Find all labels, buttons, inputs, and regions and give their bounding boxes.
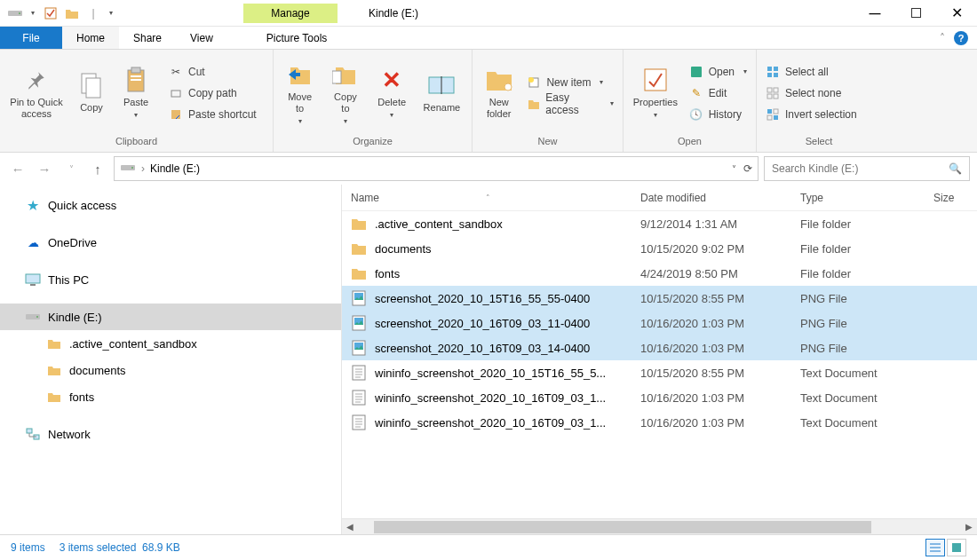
file-type: Text Document bbox=[800, 416, 933, 430]
open-button[interactable]: Open▾ bbox=[686, 62, 751, 82]
nav-onedrive[interactable]: ☁OneDrive bbox=[0, 229, 341, 256]
ribbon: Pin to Quick access Copy Paste▾ ✂Cut Cop… bbox=[0, 50, 977, 153]
select-none-button[interactable]: Select none bbox=[762, 83, 861, 103]
image-icon bbox=[351, 315, 367, 331]
address-bar[interactable]: › Kindle (E:) ˅ ⟳ bbox=[114, 156, 759, 181]
address-segment[interactable]: Kindle (E:) bbox=[150, 162, 200, 175]
svg-rect-21 bbox=[774, 67, 778, 71]
easy-access-button[interactable]: Easy access▾ bbox=[523, 94, 617, 114]
file-row[interactable]: wininfo_screenshot_2020_10_16T09_03_1...… bbox=[342, 385, 977, 410]
horizontal-scrollbar[interactable]: ◀ ▶ bbox=[342, 518, 977, 534]
nav-folder-sandbox[interactable]: .active_content_sandbox bbox=[0, 330, 341, 357]
select-all-button[interactable]: Select all bbox=[762, 62, 861, 82]
up-button[interactable]: ↑ bbox=[87, 158, 108, 179]
new-item-button[interactable]: New item▾ bbox=[523, 73, 617, 92]
ribbon-tabs: File Home Share View Picture Tools ˄ ? bbox=[0, 27, 977, 50]
qat-customize[interactable]: ▾ bbox=[105, 4, 117, 23]
copy-button[interactable]: Copy bbox=[71, 54, 112, 132]
column-name[interactable]: Name˄ bbox=[351, 192, 640, 204]
file-row[interactable]: screenshot_2020_10_16T09_03_11-040010/16… bbox=[342, 311, 977, 335]
file-name: wininfo_screenshot_2020_10_15T16_55_5... bbox=[375, 367, 606, 380]
svg-rect-27 bbox=[774, 94, 778, 99]
file-date: 10/16/2020 1:03 PM bbox=[640, 416, 800, 430]
contextual-tab-header: Manage bbox=[243, 4, 338, 23]
svg-rect-10 bbox=[171, 91, 180, 97]
nav-folder-documents[interactable]: documents bbox=[0, 357, 341, 383]
move-to-button[interactable]: Move to▾ bbox=[279, 54, 321, 132]
edit-button[interactable]: ✎Edit bbox=[686, 83, 751, 103]
file-row[interactable]: wininfo_screenshot_2020_10_16T09_03_1...… bbox=[342, 410, 977, 435]
ribbon-collapse-icon[interactable]: ˄ bbox=[940, 32, 945, 44]
address-dropdown-icon[interactable]: ▾ bbox=[27, 4, 39, 23]
history-button[interactable]: 🕓History bbox=[686, 105, 751, 124]
pin-to-quick-access-button[interactable]: Pin to Quick access bbox=[5, 54, 68, 132]
scroll-thumb[interactable] bbox=[374, 521, 871, 533]
file-row[interactable]: screenshot_2020_10_15T16_55_55-040010/15… bbox=[342, 286, 977, 311]
recent-dropdown[interactable]: ˅ bbox=[60, 158, 82, 179]
minimize-button[interactable]: ― bbox=[854, 0, 895, 27]
svg-point-1 bbox=[19, 12, 20, 14]
file-type: PNG File bbox=[800, 292, 933, 305]
drive-icon bbox=[5, 4, 25, 23]
tab-share[interactable]: Share bbox=[119, 27, 176, 49]
paste-button[interactable]: Paste▾ bbox=[115, 54, 156, 132]
file-row[interactable]: fonts4/24/2019 8:50 PMFile folder bbox=[342, 261, 977, 286]
svg-rect-12 bbox=[332, 71, 341, 83]
nav-folder-fonts[interactable]: fonts bbox=[0, 383, 341, 410]
address-dropdown[interactable]: ˅ bbox=[732, 164, 736, 174]
file-name: documents bbox=[375, 242, 432, 256]
file-name: fonts bbox=[375, 267, 400, 280]
view-details-button[interactable] bbox=[925, 539, 945, 556]
new-folder-button[interactable]: New folder bbox=[478, 54, 520, 132]
file-row[interactable]: .active_content_sandbox9/12/2014 1:31 AM… bbox=[342, 211, 977, 236]
tab-picture-tools[interactable]: Picture Tools bbox=[249, 27, 345, 49]
qat-separator: | bbox=[83, 4, 103, 23]
file-name: .active_content_sandbox bbox=[375, 217, 503, 231]
image-icon bbox=[351, 340, 367, 356]
cut-button[interactable]: ✂Cut bbox=[165, 62, 260, 82]
file-name: screenshot_2020_10_15T16_55_55-0400 bbox=[375, 292, 590, 305]
column-date[interactable]: Date modified bbox=[640, 192, 800, 204]
nav-network[interactable]: Network bbox=[0, 421, 341, 447]
tab-view[interactable]: View bbox=[176, 27, 227, 49]
file-type: Text Document bbox=[800, 391, 933, 405]
svg-point-33 bbox=[131, 167, 133, 169]
copy-to-button[interactable]: Copy to▾ bbox=[324, 54, 366, 132]
svg-rect-38 bbox=[27, 429, 32, 433]
scroll-left[interactable]: ◀ bbox=[342, 519, 358, 535]
file-name: wininfo_screenshot_2020_10_16T09_03_1... bbox=[375, 416, 606, 430]
folder-icon bbox=[351, 216, 367, 232]
properties-button[interactable]: Properties▾ bbox=[629, 54, 682, 132]
rename-button[interactable]: Rename bbox=[417, 54, 466, 132]
copy-path-button[interactable]: Copy path bbox=[165, 83, 260, 103]
paste-shortcut-button[interactable]: Paste shortcut bbox=[165, 105, 260, 124]
file-date: 10/15/2020 8:55 PM bbox=[640, 292, 800, 305]
svg-rect-3 bbox=[911, 9, 920, 18]
column-size[interactable]: Size bbox=[933, 192, 969, 204]
file-row[interactable]: wininfo_screenshot_2020_10_15T16_55_5...… bbox=[342, 360, 977, 385]
properties-icon[interactable] bbox=[41, 4, 60, 23]
maximize-button[interactable] bbox=[895, 0, 936, 27]
back-button[interactable]: ← bbox=[7, 158, 28, 179]
file-row[interactable]: screenshot_2020_10_16T09_03_14-040010/16… bbox=[342, 335, 977, 360]
delete-button[interactable]: ✕Delete▾ bbox=[370, 54, 414, 132]
file-type: File folder bbox=[800, 242, 933, 256]
close-button[interactable]: ✕ bbox=[936, 0, 977, 27]
tab-file[interactable]: File bbox=[0, 27, 62, 49]
svg-point-37 bbox=[36, 316, 38, 318]
group-label-select: Select bbox=[757, 136, 881, 152]
file-row[interactable]: documents10/15/2020 9:02 PMFile folder bbox=[342, 236, 977, 261]
invert-selection-button[interactable]: Invert selection bbox=[762, 105, 861, 124]
nav-this-pc[interactable]: This PC bbox=[0, 266, 341, 293]
scroll-right[interactable]: ▶ bbox=[961, 519, 977, 535]
nav-quick-access[interactable]: ★Quick access bbox=[0, 192, 341, 218]
forward-button[interactable]: → bbox=[34, 158, 55, 179]
nav-kindle-drive[interactable]: Kindle (E:) bbox=[0, 304, 341, 330]
column-type[interactable]: Type bbox=[800, 192, 933, 204]
tab-home[interactable]: Home bbox=[62, 27, 119, 49]
view-large-icons-button[interactable] bbox=[947, 539, 966, 556]
file-name: screenshot_2020_10_16T09_03_11-0400 bbox=[375, 317, 590, 330]
help-icon[interactable]: ? bbox=[954, 31, 968, 45]
search-input[interactable]: Search Kindle (E:) 🔍 bbox=[764, 156, 970, 181]
refresh-button[interactable]: ⟳ bbox=[743, 162, 752, 175]
